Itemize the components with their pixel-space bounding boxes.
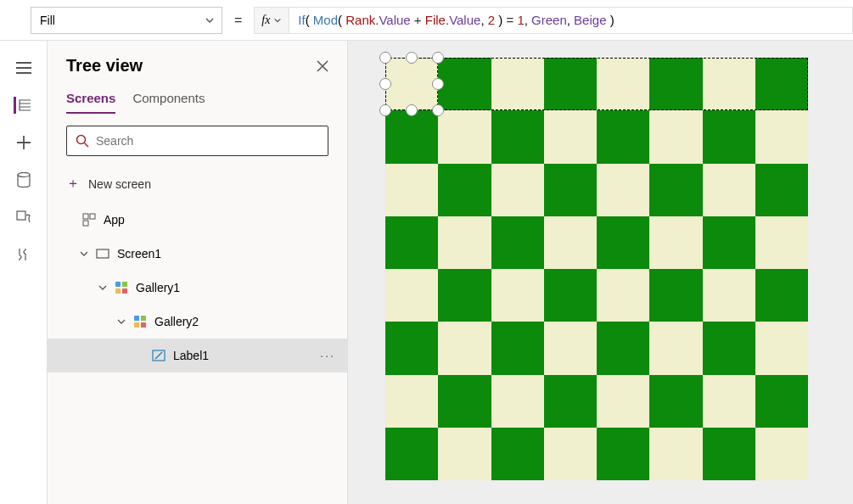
board-cell[interactable]: [544, 58, 597, 110]
board-cell[interactable]: [755, 58, 808, 110]
board-cell[interactable]: [385, 164, 438, 216]
board-cell[interactable]: [438, 110, 491, 163]
media-icon[interactable]: [15, 209, 32, 226]
svg-rect-10: [122, 288, 127, 294]
board-cell[interactable]: [438, 375, 491, 428]
board-cell[interactable]: [755, 269, 808, 322]
search-input[interactable]: [96, 134, 319, 148]
tools-icon[interactable]: [15, 246, 32, 263]
board-cell[interactable]: [597, 164, 649, 216]
board-cell[interactable]: [755, 164, 808, 216]
svg-point-2: [77, 136, 86, 144]
board-cell[interactable]: [438, 269, 491, 322]
board-cell[interactable]: [544, 110, 597, 163]
tab-screens[interactable]: Screens: [66, 91, 115, 114]
close-icon[interactable]: [317, 60, 328, 72]
board-cell[interactable]: [597, 375, 649, 428]
tree-item-label1[interactable]: Label1 ···: [48, 339, 347, 372]
board-cell[interactable]: [385, 58, 438, 110]
svg-rect-3: [83, 214, 88, 219]
board-cell[interactable]: [544, 164, 597, 216]
board-cell[interactable]: [491, 110, 544, 163]
board-cell[interactable]: [649, 58, 702, 110]
board-cell[interactable]: [438, 428, 491, 480]
chevron-down-icon: [273, 16, 282, 25]
board-cell[interactable]: [649, 110, 702, 163]
gallery-icon: [132, 314, 148, 329]
board-cell[interactable]: [703, 216, 755, 269]
board-cell[interactable]: [438, 322, 491, 374]
screen-icon: [95, 246, 110, 261]
board-cell[interactable]: [491, 269, 544, 322]
board-cell[interactable]: [649, 164, 702, 216]
board-cell[interactable]: [491, 428, 544, 480]
board-cell[interactable]: [649, 322, 702, 374]
board-cell[interactable]: [438, 58, 491, 110]
board-cell[interactable]: [544, 428, 597, 480]
board-cell[interactable]: [385, 110, 438, 163]
board-cell[interactable]: [438, 216, 491, 269]
board-cell[interactable]: [385, 216, 438, 269]
board-cell[interactable]: [491, 216, 544, 269]
chessboard-gallery[interactable]: [385, 58, 808, 480]
tree-item-app[interactable]: App: [48, 203, 347, 237]
board-cell[interactable]: [597, 269, 649, 322]
board-cell[interactable]: [385, 428, 438, 480]
board-cell[interactable]: [491, 375, 544, 428]
svg-rect-14: [141, 322, 146, 328]
board-cell[interactable]: [385, 269, 438, 322]
board-cell[interactable]: [385, 375, 438, 428]
board-cell[interactable]: [544, 269, 597, 322]
tree-item-screen1[interactable]: Screen1: [48, 237, 347, 271]
formula-input[interactable]: If( Mod( Rank.Value + File.Value, 2 ) = …: [289, 7, 853, 34]
board-cell[interactable]: [491, 58, 544, 110]
board-cell[interactable]: [703, 110, 755, 163]
board-cell[interactable]: [438, 164, 491, 216]
board-cell[interactable]: [703, 164, 755, 216]
board-cell[interactable]: [755, 428, 808, 480]
board-cell[interactable]: [649, 269, 702, 322]
board-cell[interactable]: [649, 428, 702, 480]
formula-bar: Fill = fx If( Mod( Rank.Value + File.Val…: [0, 0, 853, 41]
board-cell[interactable]: [649, 216, 702, 269]
board-cell[interactable]: [755, 375, 808, 428]
board-cell[interactable]: [649, 375, 702, 428]
board-cell[interactable]: [755, 216, 808, 269]
hamburger-icon[interactable]: [15, 59, 32, 76]
tab-components[interactable]: Components: [132, 91, 205, 114]
board-cell[interactable]: [755, 110, 808, 163]
insert-icon[interactable]: [15, 134, 32, 151]
new-screen-button[interactable]: ＋ New screen: [48, 165, 347, 203]
board-cell[interactable]: [703, 58, 755, 110]
board-cell[interactable]: [703, 428, 755, 480]
tree-panel: Tree view Screens Components ＋ New scree…: [48, 41, 348, 504]
svg-rect-9: [115, 288, 121, 294]
property-dropdown[interactable]: Fill: [31, 7, 222, 34]
app-icon: [81, 212, 97, 227]
board-cell[interactable]: [703, 322, 755, 374]
tree-item-gallery1[interactable]: Gallery1: [48, 271, 347, 305]
tree-title: Tree view: [66, 56, 143, 76]
board-cell[interactable]: [385, 322, 438, 374]
board-cell[interactable]: [544, 322, 597, 374]
board-cell[interactable]: [491, 322, 544, 374]
tree-view-icon[interactable]: [14, 97, 31, 114]
board-cell[interactable]: [597, 428, 649, 480]
board-cell[interactable]: [703, 375, 755, 428]
board-cell[interactable]: [544, 216, 597, 269]
board-cell[interactable]: [703, 269, 755, 322]
board-cell[interactable]: [597, 58, 649, 110]
board-cell[interactable]: [597, 110, 649, 163]
board-cell[interactable]: [755, 322, 808, 374]
tree-search[interactable]: [66, 126, 328, 156]
board-cell[interactable]: [491, 164, 544, 216]
tree-item-gallery2[interactable]: Gallery2: [48, 305, 347, 339]
board-cell[interactable]: [597, 216, 649, 269]
more-icon[interactable]: ···: [320, 349, 335, 362]
canvas[interactable]: [348, 41, 853, 504]
data-icon[interactable]: [15, 171, 32, 188]
board-cell[interactable]: [544, 375, 597, 428]
board-cell[interactable]: [597, 322, 649, 374]
main-area: Tree view Screens Components ＋ New scree…: [0, 41, 853, 504]
fx-button[interactable]: fx: [254, 7, 289, 34]
